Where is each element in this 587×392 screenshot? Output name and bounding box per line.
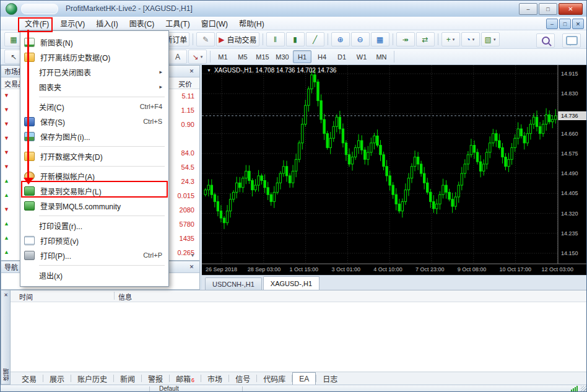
price-down-icon: ▼ xyxy=(4,107,9,113)
resize-grip[interactable] xyxy=(581,386,586,391)
chart-shift-button[interactable]: ⇄ xyxy=(416,32,435,46)
terminal-tab-7[interactable]: 信号 xyxy=(229,373,256,385)
column-time[interactable]: 时间 xyxy=(19,292,33,302)
indicators-button[interactable]: +▾ xyxy=(441,32,460,46)
file-menu-item-5[interactable]: 保存(S)Ctrl+S xyxy=(20,114,168,129)
file-menu-item-1[interactable]: 打开离线历史数据(O) xyxy=(20,50,168,64)
timeframe-M15[interactable]: M15 xyxy=(253,50,272,63)
file-menu-item-8[interactable]: 开新模拟帐户(A) xyxy=(20,168,168,183)
scroll-down-icon[interactable]: ▼ xyxy=(190,253,195,258)
navigator-close-icon[interactable]: ✕ xyxy=(187,263,196,271)
metaeditor-icon: ✎ xyxy=(202,36,209,43)
file-menu-item-7[interactable]: 打开数据文件夹(D) xyxy=(20,149,168,163)
metaeditor-button[interactable]: ✎ xyxy=(196,32,215,46)
terminal-tab-label: 警报 xyxy=(148,373,163,384)
terminal-tab-2[interactable]: 账户历史 xyxy=(71,373,113,385)
terminal-tab-9[interactable]: EA xyxy=(292,372,316,385)
market-watch-close-icon[interactable]: ✕ xyxy=(187,68,196,76)
chart-tab-USDCNH-H1[interactable]: USDCNH-,H1 xyxy=(205,277,262,290)
chart-candles-button[interactable]: ▮ xyxy=(286,32,305,46)
mdi-close-button[interactable]: ✕ xyxy=(572,19,584,29)
chart-area[interactable]: ▼ XAGUSD-,H1. 14.708 14.736 14.702 14.73… xyxy=(202,65,587,275)
file-menu-item-14[interactable]: 退出(x) xyxy=(20,268,168,282)
menu-item-insert[interactable]: 插入(I) xyxy=(90,16,123,30)
community-chat-button[interactable] xyxy=(562,33,581,48)
menu-item-tools[interactable]: 工具(T) xyxy=(160,16,195,30)
file-menu-item-9[interactable]: 登录到交易账户(L) xyxy=(20,183,168,198)
file-menu-item-4[interactable]: 关闭(C)Ctrl+F4 xyxy=(20,99,168,114)
zoom-in-button[interactable]: ⊕ xyxy=(331,32,350,46)
file-menu-item-11[interactable]: 打印设置(r)... xyxy=(20,218,168,233)
terminal-tab-8[interactable]: 代码库 xyxy=(257,373,292,385)
file-menu-item-3[interactable]: 图表夹▸ xyxy=(20,79,168,94)
chart-symbol-label: ▼ XAGUSD-,H1. 14.708 14.736 14.702 14.73… xyxy=(207,67,336,74)
zoom-out-button[interactable]: ⊖ xyxy=(351,32,370,46)
svg-text:14.830: 14.830 xyxy=(561,90,578,97)
save-icon xyxy=(24,117,35,126)
menu-item-view[interactable]: 显示(V) xyxy=(54,16,90,30)
quick-access-pill xyxy=(21,4,58,14)
timeframe-MN[interactable]: MN xyxy=(372,50,391,63)
timeframe-D1[interactable]: D1 xyxy=(333,50,351,63)
image-icon xyxy=(24,132,35,141)
file-menu-item-13[interactable]: 打印(P)...Ctrl+P xyxy=(20,248,168,263)
timeframe-H4[interactable]: H4 xyxy=(313,50,331,63)
file-menu-item-label: 图表夹 xyxy=(39,82,61,92)
arrows-button[interactable]: ↘▾ xyxy=(188,50,207,64)
file-menu-item-2[interactable]: 打开已关闭图表▸ xyxy=(20,64,168,79)
new-chart-icon xyxy=(24,38,35,47)
no-icon xyxy=(24,271,33,279)
menu-item-help[interactable]: 帮助(H) xyxy=(233,16,270,30)
toolbar-separator xyxy=(394,51,394,63)
menu-item-charts[interactable]: 图表(C) xyxy=(124,16,160,30)
close-button[interactable]: ✕ xyxy=(559,3,583,15)
timeframe-H1[interactable]: H1 xyxy=(293,50,311,63)
symbol-dropdown-icon[interactable]: ▼ xyxy=(207,68,211,72)
column-message[interactable]: 信息 xyxy=(118,292,132,302)
unread-badge: 6 xyxy=(191,377,194,383)
timeframe-M1[interactable]: M1 xyxy=(214,50,232,63)
menu-item-file[interactable]: 文件(F) xyxy=(19,16,54,30)
svg-text:1 Oct 15:00: 1 Oct 15:00 xyxy=(290,266,319,272)
cursor-icon: ↖ xyxy=(11,53,17,61)
file-menu-item-10[interactable]: 登录到MQL5.community xyxy=(20,198,168,213)
search-button[interactable] xyxy=(536,33,555,48)
toolbar-separator xyxy=(438,33,438,45)
chart-line-button[interactable]: ╱ xyxy=(306,32,324,46)
terminal-tab-0[interactable]: 交易 xyxy=(15,373,43,385)
column-ask[interactable]: 买价 xyxy=(178,79,192,89)
ask-price: 5.11 xyxy=(181,92,194,100)
mdi-restore-button[interactable]: □ xyxy=(559,19,571,29)
terminal-close-icon[interactable]: ✕ xyxy=(2,292,9,298)
folder-icon xyxy=(24,152,35,161)
file-menu-item-6[interactable]: 保存为图片(i)... xyxy=(20,129,168,144)
timeframe-M30[interactable]: M30 xyxy=(273,50,292,63)
minimize-button[interactable]: – xyxy=(519,3,537,15)
no-icon xyxy=(24,103,33,111)
timeframe-M5[interactable]: M5 xyxy=(233,50,252,63)
chart-bars-button[interactable]: ‖ xyxy=(266,32,285,46)
terminal-tab-4[interactable]: 警报 xyxy=(142,373,169,385)
chart-tab-XAGUSD-H1[interactable]: XAGUSD-,H1 xyxy=(263,276,320,290)
terminal-tab-5[interactable]: 邮箱6 xyxy=(170,373,201,385)
tile-windows-button[interactable]: ▦ xyxy=(371,32,389,46)
terminal-tab-10[interactable]: 日志 xyxy=(316,373,344,385)
ask-price: 24.3 xyxy=(181,178,194,185)
mdi-minimize-button[interactable]: – xyxy=(546,19,558,29)
file-menu-item-label: 登录到MQL5.community xyxy=(40,201,121,211)
text-button[interactable]: A xyxy=(168,50,187,64)
auto-trading-button[interactable]: ▶自动交易 xyxy=(216,32,259,46)
profile-name[interactable]: Default xyxy=(159,385,179,392)
file-menu-item-12[interactable]: 打印预览(v) xyxy=(20,233,168,248)
templates-button[interactable]: ▧▾ xyxy=(481,32,500,46)
maximize-button[interactable]: □ xyxy=(539,3,557,15)
file-menu-item-0[interactable]: 新图表(N) xyxy=(20,35,168,50)
auto-scroll-button[interactable]: ↠ xyxy=(396,32,415,46)
svg-text:14.575: 14.575 xyxy=(561,150,578,157)
terminal-tab-6[interactable]: 市场 xyxy=(201,373,228,385)
periods-button[interactable]: ◔▾ xyxy=(461,32,480,46)
terminal-tab-3[interactable]: 新闻 xyxy=(114,373,141,385)
timeframe-W1[interactable]: W1 xyxy=(352,50,371,63)
terminal-tab-1[interactable]: 展示 xyxy=(43,373,71,385)
menu-item-window[interactable]: 窗口(W) xyxy=(196,16,233,30)
